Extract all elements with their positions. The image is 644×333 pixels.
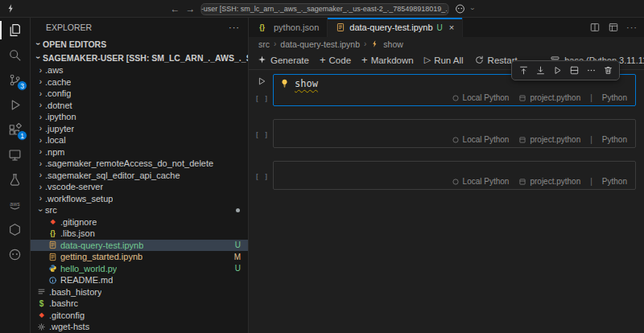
command-center[interactable]: er-user [SSH: sm_lc_arn_._aws_._sagemake… bbox=[201, 3, 449, 15]
tree-item-folder[interactable]: ›.local bbox=[31, 134, 248, 146]
tree-item-folder[interactable]: ›.workflows_setup bbox=[31, 193, 248, 205]
close-icon[interactable]: × bbox=[449, 23, 454, 32]
tree-item-file[interactable]: getting_started.ipynb M bbox=[31, 251, 248, 263]
generate-button[interactable]: Generate bbox=[257, 55, 309, 65]
tree-item-folder[interactable]: ›.sagemaker_remoteAccess_do_not_delete bbox=[31, 158, 248, 170]
cell-status-bar: Local Python project.python | Python bbox=[274, 175, 635, 189]
activity-explorer[interactable] bbox=[0, 18, 30, 43]
chevron-right-icon: › bbox=[364, 39, 366, 48]
back-icon[interactable]: ← bbox=[171, 4, 180, 14]
execute-cell-and-below-icon[interactable] bbox=[533, 64, 547, 77]
tree-item-file[interactable]: README.md bbox=[31, 274, 248, 286]
add-code-button[interactable]: + Code bbox=[320, 55, 351, 65]
tree-item-folder-src[interactable]: › src bbox=[31, 204, 248, 216]
language-status[interactable]: Python bbox=[602, 135, 627, 144]
run-cell-icon[interactable] bbox=[257, 76, 266, 86]
window-title: er-user [SSH: sm_lc_arn_._aws_._sagemake… bbox=[201, 5, 449, 13]
interpreter-status[interactable]: project.python bbox=[518, 177, 580, 186]
run-all-icon: ▷ bbox=[424, 55, 431, 65]
cell-status-bar: Local Python project.python | Python bbox=[274, 134, 635, 147]
tree-item-folder[interactable]: ›.config bbox=[31, 88, 248, 100]
breadcrumb-file[interactable]: data-query-test.ipynb bbox=[280, 39, 360, 49]
tree-item-folder[interactable]: ›.ipython bbox=[31, 111, 248, 123]
execution-count: [ ] bbox=[254, 172, 268, 181]
vscode-window: ← → er-user [SSH: sm_lc_arn_._aws_._sage… bbox=[0, 0, 644, 333]
tree-item-folder[interactable]: ›.dotnet bbox=[31, 100, 248, 112]
tab-data-query-test[interactable]: data-query-test.ipynb U × bbox=[328, 18, 463, 37]
git-status-badge: U bbox=[235, 264, 241, 273]
activity-copilot-chat[interactable] bbox=[0, 242, 30, 267]
more-actions-icon[interactable]: ··· bbox=[626, 23, 638, 32]
interpreter-status[interactable]: project.python bbox=[518, 93, 580, 102]
execute-above-icon[interactable] bbox=[516, 64, 530, 77]
git-status-badge: U bbox=[437, 23, 443, 32]
tree-item-file[interactable]: .wget-hsts bbox=[31, 321, 248, 333]
extensions-badge: 1 bbox=[17, 130, 27, 141]
language-status[interactable]: Python bbox=[602, 177, 627, 186]
split-cell-icon[interactable] bbox=[567, 64, 581, 77]
aws-icon: aws bbox=[8, 198, 22, 212]
split-editor-icon[interactable] bbox=[589, 22, 601, 33]
activity-search[interactable] bbox=[0, 43, 30, 68]
separator: | bbox=[590, 135, 592, 144]
activity-extensions[interactable]: 1 bbox=[0, 117, 30, 142]
git-file-icon: ◆ bbox=[36, 310, 47, 320]
execution-count: [ ] bbox=[254, 94, 268, 103]
interpreter-status[interactable]: project.python bbox=[518, 135, 580, 144]
plus-icon: + bbox=[320, 55, 326, 65]
language-status[interactable]: Python bbox=[602, 93, 627, 102]
cell-editor[interactable]: Local Python project.python | Python bbox=[273, 119, 636, 148]
activity-run-debug[interactable] bbox=[0, 92, 30, 117]
activity-testing[interactable] bbox=[0, 167, 30, 192]
cell-editor[interactable]: Local Python project.python | Python bbox=[273, 161, 636, 190]
explorer-sidebar: EXPLORER ··· › OPEN EDITORS › SAGEMAKER-… bbox=[31, 18, 249, 333]
notebook-file-icon bbox=[47, 240, 58, 250]
breadcrumb-folder[interactable]: src bbox=[258, 39, 270, 49]
delete-cell-icon[interactable] bbox=[601, 64, 615, 77]
kernel-env-status[interactable]: Local Python bbox=[452, 135, 510, 144]
activity-source-control[interactable]: 3 bbox=[0, 68, 30, 92]
open-editors-section[interactable]: › OPEN EDITORS bbox=[31, 37, 248, 51]
tree-item-folder[interactable]: ›.cache bbox=[31, 76, 248, 88]
copilot-icon[interactable] bbox=[455, 3, 466, 14]
tree-item-file[interactable]: hello_world.py U bbox=[31, 263, 248, 275]
lightbulb-icon[interactable] bbox=[279, 78, 290, 88]
tree-item-file[interactable]: {} .libs.json bbox=[31, 228, 248, 240]
cell-code[interactable]: show bbox=[295, 78, 318, 89]
tree-item-folder[interactable]: ›.vscode-server bbox=[31, 181, 248, 193]
more-actions-icon[interactable] bbox=[584, 64, 598, 77]
kernel-env-status[interactable]: Local Python bbox=[452, 177, 510, 186]
tree-item-file-selected[interactable]: data-query-test.ipynb U bbox=[31, 240, 248, 252]
kernel-env-status[interactable]: Local Python bbox=[452, 93, 510, 102]
run-all-button[interactable]: ▷ Run All bbox=[424, 55, 464, 65]
workspace-section[interactable]: › SAGEMAKER-USER [SSH: SM_LC_ARN_._AWS_.… bbox=[31, 51, 248, 64]
tree-item-file[interactable]: $ .bashrc bbox=[31, 298, 248, 310]
tab-python-json[interactable]: {} python.json bbox=[249, 18, 328, 37]
tree-item-folder[interactable]: ›.aws bbox=[31, 64, 248, 76]
chevron-down-icon[interactable]: › bbox=[469, 8, 477, 10]
add-markdown-button[interactable]: + Markdown bbox=[361, 55, 414, 65]
execution-count: [ ] bbox=[254, 130, 268, 139]
tree-item-folder[interactable]: ›.sagemaker_sql_editor_api_cache bbox=[31, 170, 248, 182]
settings-file-icon bbox=[36, 322, 47, 331]
tree-item-folder[interactable]: ›.npm bbox=[31, 146, 248, 158]
activity-remote-explorer[interactable] bbox=[0, 142, 30, 167]
notebook-file-icon bbox=[336, 23, 345, 32]
tree-item-folder[interactable]: ›.jupyter bbox=[31, 123, 248, 135]
explorer-more-icon[interactable]: ··· bbox=[229, 23, 240, 32]
forward-icon[interactable]: → bbox=[186, 4, 196, 14]
editor-area: {} python.json data-query-test.ipynb U ×… bbox=[249, 18, 644, 333]
box-icon bbox=[518, 94, 526, 102]
tree-item-file[interactable]: ◆ .gitconfig bbox=[31, 310, 248, 322]
scm-badge: 3 bbox=[17, 80, 27, 91]
breadcrumb-symbol[interactable]: show bbox=[383, 39, 403, 49]
run-by-line-icon[interactable] bbox=[550, 64, 564, 77]
tree-item-file[interactable]: ◆ .gitignore bbox=[31, 216, 248, 228]
activity-aws-cdk[interactable] bbox=[0, 217, 30, 242]
tree-item-file[interactable]: .bash_history bbox=[31, 286, 248, 298]
activity-aws[interactable]: aws bbox=[0, 192, 30, 217]
customize-layout-icon[interactable] bbox=[608, 22, 619, 33]
shell-file-icon: $ bbox=[36, 298, 47, 308]
remote-explorer-icon bbox=[8, 148, 22, 162]
json-file-icon: {} bbox=[257, 23, 267, 32]
